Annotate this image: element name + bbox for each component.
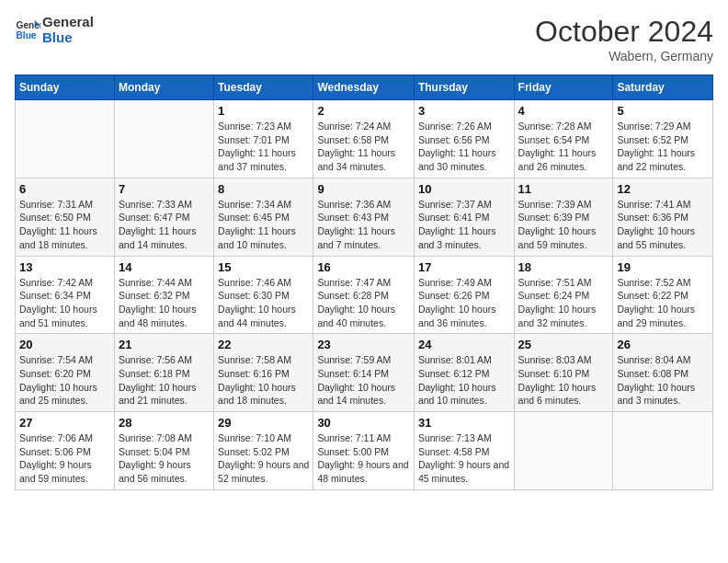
- day-number: 22: [218, 338, 309, 351]
- day-info: Sunrise: 7:56 AM Sunset: 6:18 PM Dayligh…: [119, 353, 210, 408]
- logo-blue: Blue: [42, 30, 94, 46]
- month-title: October 2024: [535, 15, 713, 49]
- day-number: 28: [119, 416, 210, 430]
- svg-text:Blue: Blue: [17, 30, 37, 40]
- page-header: General Blue General Blue October 2024 W…: [15, 15, 713, 63]
- calendar-cell: 11Sunrise: 7:39 AM Sunset: 6:39 PM Dayli…: [514, 178, 613, 256]
- day-info: Sunrise: 7:24 AM Sunset: 6:58 PM Dayligh…: [317, 120, 410, 174]
- calendar-cell: 12Sunrise: 7:41 AM Sunset: 6:36 PM Dayli…: [613, 178, 713, 256]
- calendar-cell: 21Sunrise: 7:56 AM Sunset: 6:18 PM Dayli…: [114, 334, 213, 412]
- calendar-cell: 28Sunrise: 7:08 AM Sunset: 5:04 PM Dayli…: [114, 412, 213, 490]
- calendar-cell: 14Sunrise: 7:44 AM Sunset: 6:32 PM Dayli…: [114, 256, 213, 334]
- calendar-cell: 10Sunrise: 7:37 AM Sunset: 6:41 PM Dayli…: [414, 178, 514, 256]
- calendar-header: SundayMondayTuesdayWednesdayThursdayFrid…: [16, 75, 713, 100]
- day-info: Sunrise: 7:46 AM Sunset: 6:30 PM Dayligh…: [218, 276, 309, 330]
- calendar-cell: [613, 412, 713, 490]
- day-number: 10: [418, 182, 510, 196]
- day-info: Sunrise: 7:11 AM Sunset: 5:00 PM Dayligh…: [317, 431, 410, 486]
- calendar-cell: 20Sunrise: 7:54 AM Sunset: 6:20 PM Dayli…: [16, 334, 115, 412]
- day-info: Sunrise: 7:33 AM Sunset: 6:47 PM Dayligh…: [119, 198, 210, 252]
- day-number: 19: [617, 260, 709, 274]
- day-info: Sunrise: 7:23 AM Sunset: 7:01 PM Dayligh…: [218, 120, 309, 174]
- day-info: Sunrise: 7:49 AM Sunset: 6:26 PM Dayligh…: [418, 276, 510, 330]
- day-number: 31: [418, 416, 510, 430]
- day-number: 26: [617, 338, 709, 351]
- day-info: Sunrise: 7:58 AM Sunset: 6:16 PM Dayligh…: [218, 353, 309, 408]
- day-number: 29: [218, 416, 309, 430]
- day-number: 21: [119, 338, 210, 351]
- calendar-cell: 26Sunrise: 8:04 AM Sunset: 6:08 PM Dayli…: [613, 334, 713, 412]
- calendar-table: SundayMondayTuesdayWednesdayThursdayFrid…: [15, 75, 713, 490]
- weekday-header-monday: Monday: [114, 75, 213, 100]
- day-info: Sunrise: 7:29 AM Sunset: 6:52 PM Dayligh…: [617, 120, 709, 174]
- day-info: Sunrise: 7:34 AM Sunset: 6:45 PM Dayligh…: [218, 198, 309, 252]
- calendar-cell: 16Sunrise: 7:47 AM Sunset: 6:28 PM Dayli…: [313, 256, 415, 334]
- calendar-cell: 30Sunrise: 7:11 AM Sunset: 5:00 PM Dayli…: [313, 412, 415, 490]
- day-info: Sunrise: 7:54 AM Sunset: 6:20 PM Dayligh…: [19, 353, 110, 408]
- day-number: 18: [518, 260, 609, 274]
- day-info: Sunrise: 7:13 AM Sunset: 4:58 PM Dayligh…: [418, 431, 510, 486]
- day-number: 11: [518, 182, 609, 196]
- day-info: Sunrise: 7:51 AM Sunset: 6:24 PM Dayligh…: [518, 276, 609, 330]
- day-info: Sunrise: 8:01 AM Sunset: 6:12 PM Dayligh…: [418, 353, 510, 408]
- day-info: Sunrise: 8:04 AM Sunset: 6:08 PM Dayligh…: [617, 353, 709, 408]
- day-number: 9: [317, 182, 410, 196]
- logo: General Blue General Blue: [15, 15, 94, 45]
- calendar-cell: 29Sunrise: 7:10 AM Sunset: 5:02 PM Dayli…: [214, 412, 313, 490]
- day-info: Sunrise: 7:08 AM Sunset: 5:04 PM Dayligh…: [119, 431, 210, 486]
- day-number: 17: [418, 260, 510, 274]
- day-info: Sunrise: 7:59 AM Sunset: 6:14 PM Dayligh…: [317, 353, 410, 408]
- calendar-cell: 17Sunrise: 7:49 AM Sunset: 6:26 PM Dayli…: [414, 256, 514, 334]
- title-block: October 2024 Wabern, Germany: [535, 15, 713, 63]
- weekday-header-friday: Friday: [514, 75, 613, 100]
- calendar-cell: 27Sunrise: 7:06 AM Sunset: 5:06 PM Dayli…: [16, 412, 115, 490]
- calendar-cell: 7Sunrise: 7:33 AM Sunset: 6:47 PM Daylig…: [114, 178, 213, 256]
- calendar-cell: [514, 412, 613, 490]
- weekday-header-tuesday: Tuesday: [214, 75, 313, 100]
- calendar-cell: [114, 100, 213, 178]
- location: Wabern, Germany: [535, 49, 713, 63]
- day-info: Sunrise: 7:28 AM Sunset: 6:54 PM Dayligh…: [518, 120, 609, 174]
- day-number: 6: [19, 182, 110, 196]
- day-number: 7: [119, 182, 210, 196]
- calendar-cell: 18Sunrise: 7:51 AM Sunset: 6:24 PM Dayli…: [514, 256, 613, 334]
- day-info: Sunrise: 7:52 AM Sunset: 6:22 PM Dayligh…: [617, 276, 709, 330]
- day-number: 4: [518, 104, 609, 118]
- calendar-cell: 19Sunrise: 7:52 AM Sunset: 6:22 PM Dayli…: [613, 256, 713, 334]
- day-info: Sunrise: 7:10 AM Sunset: 5:02 PM Dayligh…: [218, 431, 309, 486]
- calendar-cell: 6Sunrise: 7:31 AM Sunset: 6:50 PM Daylig…: [16, 178, 115, 256]
- day-info: Sunrise: 7:36 AM Sunset: 6:43 PM Dayligh…: [317, 198, 410, 252]
- day-info: Sunrise: 7:37 AM Sunset: 6:41 PM Dayligh…: [418, 198, 510, 252]
- day-number: 1: [218, 104, 309, 118]
- day-info: Sunrise: 7:44 AM Sunset: 6:32 PM Dayligh…: [119, 276, 210, 330]
- logo-icon: General Blue: [15, 17, 40, 43]
- calendar-cell: 24Sunrise: 8:01 AM Sunset: 6:12 PM Dayli…: [414, 334, 514, 412]
- day-number: 25: [518, 338, 609, 351]
- day-number: 30: [317, 416, 410, 430]
- day-number: 12: [617, 182, 709, 196]
- calendar-cell: [16, 100, 115, 178]
- calendar-cell: 22Sunrise: 7:58 AM Sunset: 6:16 PM Dayli…: [214, 334, 313, 412]
- day-number: 8: [218, 182, 309, 196]
- calendar-cell: 2Sunrise: 7:24 AM Sunset: 6:58 PM Daylig…: [313, 100, 415, 178]
- calendar-cell: 4Sunrise: 7:28 AM Sunset: 6:54 PM Daylig…: [514, 100, 613, 178]
- weekday-header-thursday: Thursday: [414, 75, 514, 100]
- day-info: Sunrise: 7:39 AM Sunset: 6:39 PM Dayligh…: [518, 198, 609, 252]
- day-info: Sunrise: 7:31 AM Sunset: 6:50 PM Dayligh…: [19, 198, 110, 252]
- calendar-cell: 5Sunrise: 7:29 AM Sunset: 6:52 PM Daylig…: [613, 100, 713, 178]
- day-number: 20: [19, 338, 110, 351]
- day-number: 2: [317, 104, 410, 118]
- calendar-cell: 15Sunrise: 7:46 AM Sunset: 6:30 PM Dayli…: [214, 256, 313, 334]
- day-info: Sunrise: 8:03 AM Sunset: 6:10 PM Dayligh…: [518, 353, 609, 408]
- calendar-cell: 8Sunrise: 7:34 AM Sunset: 6:45 PM Daylig…: [214, 178, 313, 256]
- weekday-header-sunday: Sunday: [16, 75, 115, 100]
- day-number: 14: [119, 260, 210, 274]
- weekday-header-wednesday: Wednesday: [313, 75, 415, 100]
- day-number: 5: [617, 104, 709, 118]
- day-number: 24: [418, 338, 510, 351]
- logo-general: General: [42, 15, 94, 30]
- day-number: 15: [218, 260, 309, 274]
- calendar-cell: 3Sunrise: 7:26 AM Sunset: 6:56 PM Daylig…: [414, 100, 514, 178]
- calendar-cell: 13Sunrise: 7:42 AM Sunset: 6:34 PM Dayli…: [16, 256, 115, 334]
- day-number: 3: [418, 104, 510, 118]
